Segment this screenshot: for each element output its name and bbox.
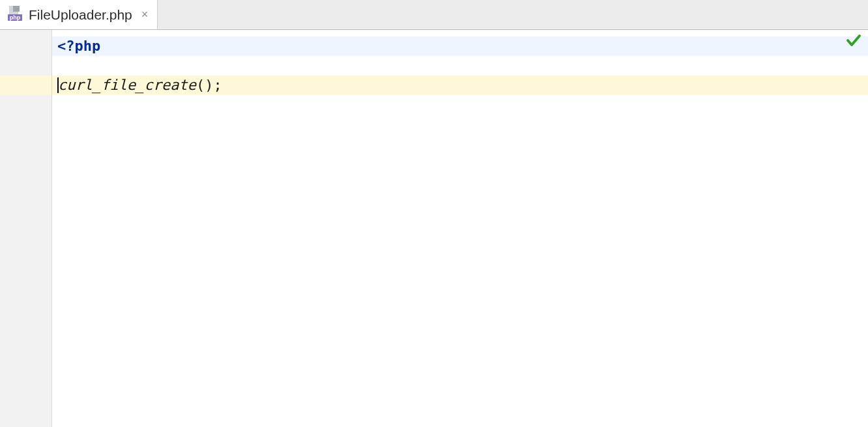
gutter-row — [0, 36, 51, 56]
svg-rect-1 — [13, 6, 20, 12]
code-line[interactable]: curl_file_create(); — [52, 76, 868, 95]
editor-gutter[interactable] — [0, 30, 52, 427]
code-line[interactable] — [52, 56, 868, 76]
svg-text:php: php — [10, 14, 21, 21]
php-open-tag: <?php — [57, 36, 100, 56]
function-name: curl_file_create — [58, 76, 196, 95]
tab-label: FileUploader.php — [29, 7, 132, 23]
gutter-row — [0, 76, 51, 95]
code-line[interactable]: <?php — [52, 36, 868, 56]
analysis-ok-icon[interactable] — [846, 33, 861, 48]
call-args: () — [196, 76, 214, 95]
semicolon: ; — [213, 76, 222, 95]
php-file-icon: php — [7, 5, 23, 25]
gutter-row — [0, 56, 51, 76]
editor-tabbar: php FileUploader.php × — [0, 0, 868, 30]
close-icon[interactable]: × — [137, 8, 149, 21]
code-editor[interactable]: <?php curl_file_create(); — [52, 30, 868, 427]
editor: <?php curl_file_create(); — [0, 30, 868, 427]
tab-fileuploader[interactable]: php FileUploader.php × — [0, 0, 158, 29]
